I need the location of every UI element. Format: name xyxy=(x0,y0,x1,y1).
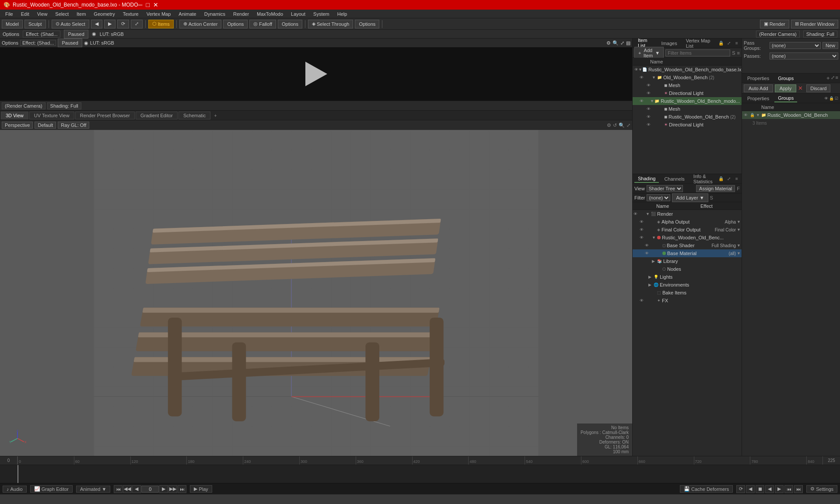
status-icon-3[interactable]: ◼ xyxy=(756,485,764,493)
add-item-button[interactable]: + Add Item ▼ xyxy=(634,47,664,59)
status-icon-7[interactable]: ⏭ xyxy=(794,485,803,493)
shading-more-icon[interactable]: ≡ xyxy=(734,176,740,182)
status-icon-2[interactable]: ◀ xyxy=(746,485,755,493)
options-3-button[interactable]: Options xyxy=(355,20,379,28)
shader-expand-icon[interactable]: ▶ xyxy=(648,283,654,287)
items-button[interactable]: ⬡ Items xyxy=(148,20,174,28)
select-through-button[interactable]: ◈Select Through xyxy=(308,20,353,28)
tab-info-stats[interactable]: Info & Statistics xyxy=(690,174,716,185)
group-row-items[interactable]: 3 Items xyxy=(742,119,840,127)
item-row[interactable]: 👁 ▼ 📁 Old_Wooden_Bench (2) xyxy=(633,74,742,81)
shader-row-fx[interactable]: 👁 ✦ FX xyxy=(633,297,742,304)
perspective-label[interactable]: Perspective xyxy=(2,122,33,129)
discard-x-icon[interactable]: ✕ xyxy=(798,85,803,91)
animated-button[interactable]: Animated ▼ xyxy=(76,486,110,493)
pass-new-button[interactable]: New xyxy=(822,42,838,49)
panel-icon-expand[interactable]: ⤢ xyxy=(726,40,732,46)
close-button[interactable]: ✕ xyxy=(153,1,158,8)
menu-maxtomodo[interactable]: MaxToModo xyxy=(253,10,287,18)
preview-gear-icon[interactable]: ⚙ xyxy=(606,40,611,46)
group-row-rustic[interactable]: 👁 🔒 ▼ 📁 Rustic_Wooden_Old_Bench xyxy=(742,111,840,119)
shader-expand-icon[interactable]: ▶ xyxy=(652,259,657,263)
status-icon-5[interactable]: ▶ xyxy=(775,485,784,493)
menu-vertex-map[interactable]: Vertex Map xyxy=(143,10,175,18)
item-row[interactable]: 👁 ◼ Mesh xyxy=(633,81,742,89)
add-layer-button[interactable]: Add Layer ▼ xyxy=(672,193,708,202)
item-vis-icon[interactable]: 👁 xyxy=(640,75,646,80)
groups-check-icon[interactable]: ☑ xyxy=(835,96,838,101)
shader-row-environments[interactable]: ▶ 🌐 Environments xyxy=(633,281,742,289)
vp-icon-expand[interactable]: ⤢ xyxy=(626,122,630,128)
tab-3d-view[interactable]: 3D View xyxy=(1,112,28,119)
panel-icon-more[interactable]: ≡ xyxy=(734,40,740,46)
tab-render-preset[interactable]: Render Preset Browser xyxy=(75,112,135,119)
apply-button[interactable]: Apply xyxy=(775,84,797,92)
passes-select[interactable]: (none) xyxy=(770,52,838,60)
tab-images[interactable]: Images xyxy=(658,40,681,47)
shader-row-base-shader[interactable]: 👁 ◻ Base Shader Full Shading ▼ xyxy=(633,242,742,249)
shader-expand-icon[interactable]: ▶ xyxy=(648,275,654,279)
sculpt-button[interactable]: Sculpt xyxy=(24,20,46,28)
group-expand-icon[interactable]: ▼ xyxy=(756,113,761,117)
paused-button[interactable]: Paused xyxy=(64,30,88,38)
tab-schematic[interactable]: Schematic xyxy=(178,112,210,119)
status-icon-1[interactable]: ⟳ xyxy=(736,485,745,493)
item-vis-icon[interactable]: 👁 xyxy=(640,99,645,103)
panel-icon-lock[interactable]: 🔒 xyxy=(718,40,724,46)
transport-prev-button[interactable]: ◀ xyxy=(132,485,141,493)
model-button[interactable]: Model xyxy=(2,20,23,28)
item-row[interactable]: 👁 ◼ Mesh xyxy=(633,105,742,113)
shader-tree-select[interactable]: Shader Tree xyxy=(647,185,683,192)
transport-prev-frame-button[interactable]: ◀◀ xyxy=(123,485,132,493)
render-button[interactable]: ▣Render xyxy=(760,20,789,28)
groups-vis-icon[interactable]: 👁 xyxy=(824,96,828,101)
status-icon-4[interactable]: ◀ xyxy=(765,485,774,493)
item-vis-icon[interactable]: 👁 xyxy=(647,83,653,88)
shader-vis-icon[interactable]: 👁 xyxy=(645,251,651,256)
shader-vis-icon[interactable]: 👁 xyxy=(640,228,646,232)
shader-row-render[interactable]: 👁 ▼ ⬛ Render xyxy=(633,210,742,218)
shading-expand-icon[interactable]: ⤢ xyxy=(726,176,732,182)
minimize-button[interactable]: ─ xyxy=(138,1,143,8)
shader-vis-icon[interactable]: 👁 xyxy=(640,220,646,224)
action-center-button[interactable]: ⊕Action Center xyxy=(179,20,222,28)
shader-effect-dropdown[interactable]: ▼ xyxy=(737,228,741,232)
vp-icon-gear[interactable]: ⚙ xyxy=(607,122,611,128)
tab-channels[interactable]: Channels xyxy=(661,175,688,182)
groups-expand-icon[interactable]: ⤢ xyxy=(831,75,835,81)
shader-effect-dropdown[interactable]: ▼ xyxy=(737,220,741,224)
item-vis-icon[interactable]: 👁 xyxy=(647,91,653,95)
transport-next-frame-button[interactable]: ▶▶ xyxy=(168,485,177,493)
render-window-button[interactable]: ⊞Render Window xyxy=(791,20,838,28)
menu-edit[interactable]: Edit xyxy=(18,10,33,18)
menu-layout[interactable]: Layout xyxy=(287,10,309,18)
item-row[interactable]: 👁 ☀ Directional Light xyxy=(633,89,742,97)
menu-texture[interactable]: Texture xyxy=(119,10,142,18)
shader-row-base-material[interactable]: 👁 Base Material (all) ▼ xyxy=(633,249,742,257)
falloff-button[interactable]: ◎Falloff xyxy=(249,20,276,28)
shader-row-lights[interactable]: ▶ 💡 Lights xyxy=(633,273,742,281)
shader-row-bake[interactable]: ⬚ Bake Items xyxy=(633,289,742,297)
shader-vis-icon[interactable]: 👁 xyxy=(640,235,646,240)
graph-editor-button[interactable]: 📈 Graph Editor xyxy=(30,485,73,493)
item-vis-icon[interactable]: 👁 xyxy=(647,115,653,119)
preview-paused-button[interactable]: Paused xyxy=(58,38,82,47)
groups-lock-icon[interactable]: 🔒 xyxy=(829,96,834,101)
transport-next-button[interactable]: ▶ xyxy=(159,485,168,493)
groups-props-tab-properties[interactable]: Properties xyxy=(744,95,773,102)
menu-system[interactable]: System xyxy=(310,10,333,18)
tab-properties[interactable]: Properties xyxy=(744,75,773,82)
preview-more-icon[interactable]: ▤ xyxy=(626,40,630,46)
assign-material-button[interactable]: Assign Material xyxy=(696,185,735,192)
shading-label[interactable]: Default xyxy=(35,122,56,129)
group-vis-icon[interactable]: 👁 xyxy=(744,113,750,117)
expand-icon[interactable]: ▼ xyxy=(652,75,657,80)
menu-geometry[interactable]: Geometry xyxy=(90,10,118,18)
tab-shading[interactable]: Shading xyxy=(634,175,659,183)
shader-row-alpha[interactable]: 👁 ◈ Alpha Output Alpha ▼ xyxy=(633,218,742,226)
shader-expand-icon[interactable]: ▼ xyxy=(646,212,651,216)
filter-none-select[interactable]: (none) xyxy=(647,194,670,201)
shader-row-rustic[interactable]: 👁 ▼ Rustic_Wooden_Old_Benc... xyxy=(633,234,742,242)
item-row[interactable]: 👁 ☀ Directional Light xyxy=(633,121,742,129)
groups-more-icon[interactable]: ≡ xyxy=(836,75,838,81)
